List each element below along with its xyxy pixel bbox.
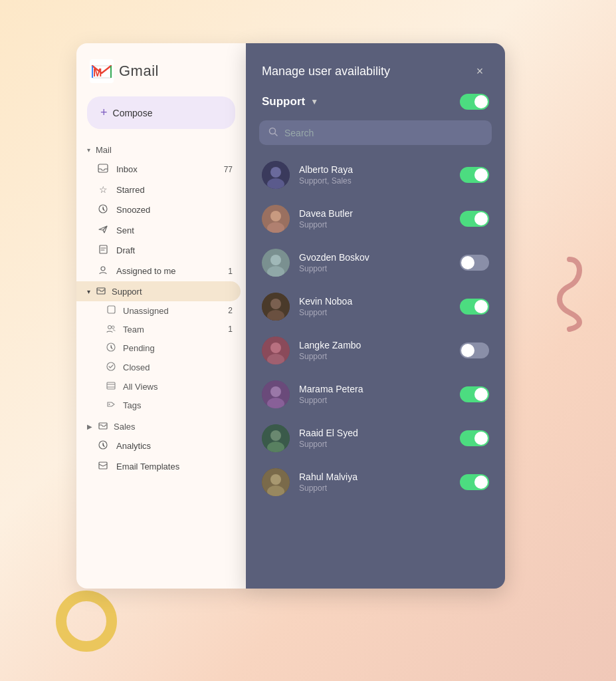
support-header[interactable]: ▾ Support <box>76 281 241 301</box>
inbox-label: Inbox <box>116 164 138 174</box>
user-toggle[interactable] <box>460 342 489 358</box>
mail-arrow-icon: ▾ <box>87 146 90 154</box>
user-toggle[interactable] <box>460 299 489 315</box>
team-icon <box>106 324 116 335</box>
svg-point-10 <box>108 326 112 329</box>
toggle-slider <box>460 474 489 490</box>
svg-point-0 <box>61 596 112 646</box>
avatar <box>262 468 290 496</box>
sub-nav-allviews[interactable]: All Views <box>76 377 246 396</box>
user-name: Alberto Raya <box>299 164 451 175</box>
user-item: Davea Butler Support <box>246 197 505 241</box>
nav-item-email-templates[interactable]: Email Templates <box>76 456 246 476</box>
support-arrow-icon: ▾ <box>87 288 90 295</box>
nav-item-snoozed[interactable]: Snoozed <box>76 200 246 220</box>
starred-label: Starred <box>116 185 145 195</box>
toggle-slider <box>460 430 489 446</box>
search-input[interactable] <box>284 128 482 138</box>
user-info: Marama Petera Support <box>299 384 451 405</box>
modal-panel: Manage user availability × Support ▼ <box>246 43 505 589</box>
sent-icon <box>98 225 108 235</box>
gmail-logo: M Gmail <box>76 59 246 96</box>
avatar <box>262 205 290 233</box>
sub-nav-pending[interactable]: Pending <box>76 339 246 358</box>
user-role: Support <box>299 483 451 493</box>
main-container: M Gmail + Compose ▾ Mail Inbox 77 ☆ Star… <box>76 43 505 589</box>
user-toggle[interactable] <box>460 211 489 227</box>
group-header: Support ▼ <box>246 94 505 120</box>
sub-nav-team[interactable]: Team 1 <box>76 320 246 339</box>
nav-item-draft[interactable]: Draft <box>76 240 246 261</box>
tags-icon <box>106 400 116 410</box>
svg-point-13 <box>107 362 115 370</box>
modal-title: Manage user availability <box>262 65 390 78</box>
nav-item-inbox[interactable]: Inbox 77 <box>76 159 246 180</box>
user-info: Alberto Raya Support, Sales <box>299 164 451 186</box>
nav-item-sent[interactable]: Sent <box>76 220 246 240</box>
svg-rect-14 <box>107 382 115 389</box>
toggle-slider <box>460 386 489 402</box>
avatar <box>262 337 290 364</box>
user-name: Davea Butler <box>299 208 451 219</box>
user-toggle[interactable] <box>460 474 489 490</box>
analytics-label: Analytics <box>116 441 151 451</box>
user-toggle[interactable] <box>460 255 489 271</box>
sub-nav-unassigned[interactable]: Unassigned 2 <box>76 301 246 320</box>
svg-text:M: M <box>93 67 102 78</box>
nav-item-analytics[interactable]: Analytics <box>76 436 246 456</box>
team-label: Team <box>123 325 144 335</box>
bg-squiggle <box>550 253 589 333</box>
allviews-label: All Views <box>123 382 158 392</box>
avatar <box>262 249 290 277</box>
group-name[interactable]: Support ▼ <box>262 95 318 108</box>
unassigned-label: Unassigned <box>123 306 169 316</box>
mail-section-label: Mail <box>96 145 112 155</box>
toggle-slider <box>460 299 489 315</box>
user-name: Marama Petera <box>299 384 451 394</box>
user-name: Rahul Malviya <box>299 472 451 482</box>
bg-donut <box>53 588 120 654</box>
nav-item-starred[interactable]: ☆ Starred <box>76 180 246 200</box>
allviews-icon <box>106 381 116 392</box>
search-bar <box>259 120 492 145</box>
user-toggle[interactable] <box>460 167 489 183</box>
analytics-icon <box>98 440 108 452</box>
assigned-label: Assigned to me <box>116 266 176 276</box>
user-role: Support <box>299 440 451 449</box>
user-info: Kevin Noboa Support <box>299 296 451 317</box>
svg-point-7 <box>101 267 105 271</box>
close-button[interactable]: × <box>470 62 489 80</box>
compose-label: Compose <box>113 108 153 118</box>
group-chevron-icon: ▼ <box>310 97 318 106</box>
gmail-sidebar: M Gmail + Compose ▾ Mail Inbox 77 ☆ Star… <box>76 43 246 589</box>
nav-item-assigned[interactable]: Assigned to me 1 <box>76 261 246 281</box>
svg-point-30 <box>270 299 281 309</box>
sales-mailbox-icon <box>98 421 108 432</box>
sales-section-header[interactable]: ▶ Sales <box>76 417 246 436</box>
draft-icon <box>98 245 108 256</box>
support-mailbox-icon <box>96 286 106 297</box>
user-item: Gvozden Boskov Support <box>246 241 505 285</box>
toggle-slider <box>460 342 489 358</box>
user-item: Alberto Raya Support, Sales <box>246 153 505 197</box>
user-role: Support <box>299 220 451 229</box>
group-toggle[interactable] <box>460 94 489 110</box>
user-name: Kevin Noboa <box>299 296 451 307</box>
user-list: Alberto Raya Support, Sales Davea Butler… <box>246 153 505 589</box>
mail-section-header[interactable]: ▾ Mail <box>76 141 246 159</box>
sub-nav-tags[interactable]: Tags <box>76 396 246 414</box>
toggle-slider <box>460 167 489 183</box>
svg-point-24 <box>270 211 281 221</box>
email-templates-label: Email Templates <box>116 462 179 472</box>
team-badge: 1 <box>228 325 233 334</box>
snoozed-icon <box>98 204 108 215</box>
sub-nav-closed[interactable]: Closed <box>76 358 246 377</box>
compose-button[interactable]: + Compose <box>87 96 235 129</box>
toggle-slider <box>460 211 489 227</box>
assigned-icon <box>98 265 108 277</box>
svg-point-39 <box>270 430 281 441</box>
user-toggle[interactable] <box>460 430 489 446</box>
user-toggle[interactable] <box>460 386 489 402</box>
support-label: Support <box>112 287 142 297</box>
svg-point-27 <box>270 255 281 265</box>
